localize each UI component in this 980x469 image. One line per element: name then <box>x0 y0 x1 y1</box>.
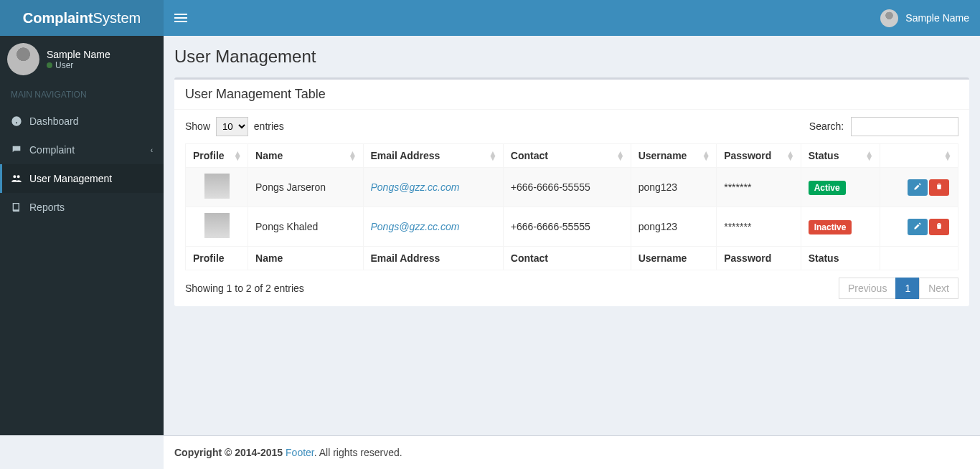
sort-icon: ▲▼ <box>616 151 625 160</box>
pagination-previous[interactable]: Previous <box>839 278 896 299</box>
user-menu[interactable]: Sample Name <box>880 9 969 27</box>
sort-icon: ▲▼ <box>489 151 497 160</box>
sort-icon: ▲▼ <box>349 151 357 160</box>
edit-button[interactable] <box>908 179 928 196</box>
online-status-dot <box>47 62 52 68</box>
page-title: User Management <box>174 47 969 67</box>
sidebar-item-label: User Management <box>29 173 112 184</box>
length-select[interactable]: 10 <box>216 117 248 136</box>
column-header[interactable]: Email Address▲▼ <box>363 144 503 168</box>
column-footer: Contact <box>503 247 631 270</box>
email-link[interactable]: Pongs@gzz.cc.com <box>371 221 460 232</box>
pagination-next[interactable]: Next <box>919 278 958 299</box>
user-table: Profile▲▼Name▲▼Email Address▲▼Contact▲▼U… <box>185 143 958 270</box>
column-footer: Password <box>717 247 801 270</box>
datatable-search: Search: <box>809 117 958 136</box>
sort-icon: ▲▼ <box>786 151 795 160</box>
sidebar-item-user-management[interactable]: User Management <box>0 164 164 193</box>
footer-link[interactable]: Footer <box>286 447 314 458</box>
column-footer: Email Address <box>363 247 503 270</box>
sidebar-item-label: Complaint <box>29 144 75 156</box>
cell-password: ******* <box>717 168 801 207</box>
brand-bold: Complaint <box>23 10 93 26</box>
column-footer: Status <box>801 247 880 270</box>
column-footer: Username <box>631 247 717 270</box>
sort-icon: ▲▼ <box>233 151 242 160</box>
table-row: Pongs KhaledPongs@gzz.cc.com+666-6666-55… <box>186 207 958 247</box>
topbar-username: Sample Name <box>905 12 969 24</box>
column-header[interactable]: Profile▲▼ <box>186 144 248 168</box>
users-icon <box>11 173 22 184</box>
column-footer <box>880 247 958 270</box>
column-footer: Profile <box>186 247 248 270</box>
sidebar: Sample Name User MAIN NAVIGATION Dashboa… <box>0 36 164 435</box>
delete-button[interactable] <box>929 179 949 196</box>
cell-name: Pongs Jarseron <box>248 168 363 207</box>
datatable-length: Show 10 entries <box>185 117 284 136</box>
footer: Copyright © 2014-2015 Footer. All rights… <box>164 435 980 469</box>
sort-icon: ▲▼ <box>702 151 710 160</box>
brand-rest: System <box>93 10 141 26</box>
sort-icon: ▲▼ <box>943 151 952 160</box>
sidebar-item-label: Reports <box>29 202 65 213</box>
pagination-page-1[interactable]: 1 <box>895 278 920 299</box>
sidebar-toggle[interactable] <box>174 14 187 22</box>
table-row: Pongs JarseronPongs@gzz.cc.com+666-6666-… <box>186 168 958 207</box>
delete-button[interactable] <box>929 219 949 235</box>
profile-thumb <box>204 174 230 199</box>
nav-section-header: MAIN NAVIGATION <box>0 82 164 107</box>
cell-contact: +666-6666-55555 <box>503 207 631 247</box>
status-badge: Inactive <box>809 220 852 234</box>
avatar-icon <box>7 43 39 75</box>
avatar-icon <box>880 9 898 27</box>
sidebar-user-role: User <box>47 60 110 70</box>
search-input[interactable] <box>851 117 958 136</box>
column-header[interactable]: Contact▲▼ <box>503 144 631 168</box>
sort-icon: ▲▼ <box>865 151 874 160</box>
book-icon <box>11 202 22 213</box>
datatable-info: Showing 1 to 2 of 2 entries <box>185 283 304 294</box>
column-header[interactable]: Password▲▼ <box>717 144 801 168</box>
cell-password: ******* <box>717 207 801 247</box>
status-badge: Active <box>809 181 846 195</box>
chevron-left-icon: ‹ <box>151 146 153 154</box>
sidebar-item-complaint[interactable]: Complaint ‹ <box>0 136 164 164</box>
pagination: Previous 1 Next <box>839 278 958 299</box>
column-footer: Name <box>248 247 363 270</box>
sidebar-item-dashboard[interactable]: Dashboard <box>0 107 164 136</box>
dashboard-icon <box>11 115 22 127</box>
sidebar-user-name: Sample Name <box>47 49 110 60</box>
profile-thumb <box>204 213 230 238</box>
cell-name: Pongs Khaled <box>248 207 363 247</box>
column-header[interactable]: Status▲▼ <box>801 144 880 168</box>
sidebar-item-label: Dashboard <box>29 115 79 127</box>
sidebar-item-reports[interactable]: Reports <box>0 193 164 222</box>
edit-button[interactable] <box>908 219 928 235</box>
cell-username: pong123 <box>631 168 717 207</box>
cell-contact: +666-6666-55555 <box>503 168 631 207</box>
cell-username: pong123 <box>631 207 717 247</box>
box-title: User Management Table <box>174 80 969 110</box>
column-header[interactable]: ▲▼ <box>880 144 958 168</box>
brand-logo[interactable]: ComplaintSystem <box>0 0 164 36</box>
column-header[interactable]: Username▲▼ <box>631 144 717 168</box>
comments-icon <box>11 144 22 156</box>
column-header[interactable]: Name▲▼ <box>248 144 363 168</box>
email-link[interactable]: Pongs@gzz.cc.com <box>371 181 460 193</box>
sidebar-user-panel: Sample Name User <box>0 36 164 82</box>
box-user-table: User Management Table Show 10 entries Se… <box>174 77 969 306</box>
